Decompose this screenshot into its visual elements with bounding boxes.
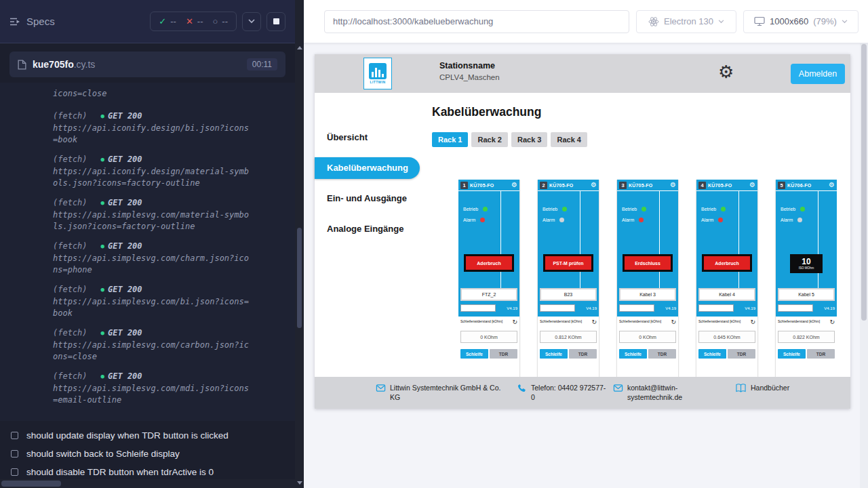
- network-log-entry[interactable]: (fetch)●GET 200https://api.simplesvg.com…: [53, 284, 261, 319]
- electron-icon: [648, 16, 659, 27]
- rack-status-display: Aderbruch: [464, 254, 514, 272]
- stat-count: --: [170, 16, 176, 26]
- log-url: https://api.simplesvg.com/material-symbo…: [53, 209, 251, 232]
- horizontal-scrollbar-thumb[interactable]: [1, 481, 61, 487]
- network-log-entry[interactable]: (fetch)●GET 200https://api.simplesvg.com…: [53, 327, 261, 363]
- tab-rack-1[interactable]: Rack 1: [432, 132, 468, 147]
- tab-rack-2[interactable]: Rack 2: [471, 132, 507, 147]
- log-status: GET 200: [108, 371, 142, 382]
- rack-settings-icon[interactable]: ⚙: [511, 182, 517, 188]
- log-url: https://api.simplesvg.com/bi.json?icons=…: [53, 296, 251, 319]
- sidebar-item-4[interactable]: Analoge Eingänge: [315, 218, 414, 240]
- station-label: Stationsname: [439, 61, 500, 70]
- rack-cable-label: Kabel 4: [698, 288, 755, 301]
- viewport-select[interactable]: 1000x660 (79%): [743, 10, 859, 33]
- footer-contact-item[interactable]: kontakt@littwin-systemtechnik.de: [613, 383, 710, 402]
- log-status: GET 200: [108, 327, 142, 339]
- footer-contact-item[interactable]: Telefon: 04402 972577-0: [517, 383, 607, 402]
- refresh-icon[interactable]: ↻: [591, 319, 597, 325]
- betrieb-indicator: Betrieb: [781, 207, 805, 211]
- tdr-button[interactable]: TDR: [728, 349, 755, 359]
- rack-settings-icon[interactable]: ⚙: [829, 182, 835, 188]
- reporter-scrollbar[interactable]: [295, 0, 304, 488]
- schleife-button[interactable]: Schleife: [540, 349, 568, 359]
- betrieb-label: Betrieb: [463, 207, 478, 211]
- network-log-entry[interactable]: (fetch)●GET 200https://api.simplesvg.com…: [53, 371, 261, 406]
- chevron-down-icon: [842, 20, 848, 24]
- stop-button[interactable]: [267, 12, 285, 31]
- tab-rack-4[interactable]: Rack 4: [551, 132, 587, 147]
- rack-settings-icon[interactable]: ⚙: [591, 182, 597, 188]
- network-log-entry[interactable]: (fetch)●GET 200https://api.simplesvg.com…: [53, 241, 261, 276]
- specs-menu-icon: [9, 17, 20, 26]
- measurement-value: 0.645 KOhm: [698, 331, 755, 343]
- sidebar-item-1[interactable]: Übersicht: [315, 127, 414, 148]
- sidebar-item-3[interactable]: Ein- und Ausgänge: [315, 188, 414, 209]
- page-title: Kabelüberwachung: [432, 105, 541, 119]
- rack-settings-icon[interactable]: ⚙: [670, 182, 676, 188]
- log-url: https://api.simplesvg.com/charm.json?ico…: [53, 253, 251, 276]
- reporter-scrollbar-thumb[interactable]: [297, 228, 302, 328]
- chevron-down-icon: [718, 20, 724, 24]
- test-state-icon: [11, 468, 18, 476]
- test-title-row[interactable]: should disable TDR button when tdrActive…: [0, 463, 295, 481]
- sidebar-item-2[interactable]: Kabelüberwachung: [315, 157, 420, 179]
- collapse-all-button[interactable]: [242, 12, 261, 31]
- settings-gear-icon[interactable]: ⚙: [718, 58, 734, 87]
- scroll-down-arrow-icon[interactable]: [297, 481, 302, 485]
- rack-settings-icon[interactable]: ⚙: [749, 182, 755, 188]
- network-log-entry[interactable]: (fetch)●GET 200https://api.iconify.desig…: [53, 154, 261, 189]
- alarm-label: Alarm: [542, 218, 555, 222]
- test-stat-fail: ✕--: [186, 16, 203, 26]
- rack-cable-label: B23: [540, 288, 597, 301]
- betrieb-led-icon: [800, 207, 805, 211]
- url-input[interactable]: http://localhost:3000/kabelueberwachung: [324, 10, 629, 33]
- test-title-row[interactable]: should switch back to Schleife display: [0, 445, 295, 463]
- tdr-button[interactable]: TDR: [648, 349, 676, 359]
- refresh-icon[interactable]: ↻: [750, 319, 755, 325]
- rack-model: KÜ705-FO: [629, 183, 652, 188]
- rack-cable-label: Kabel 5: [778, 288, 835, 301]
- test-stat-pass: ✓--: [159, 16, 176, 26]
- schleife-button[interactable]: Schleife: [698, 349, 726, 359]
- chevron-down-icon: [248, 19, 255, 24]
- spec-header[interactable]: kue705fo.cy.ts 00:11: [9, 52, 285, 77]
- browser-select[interactable]: Electron 130: [636, 10, 736, 33]
- status-value-unit: ISO MOhm: [792, 266, 821, 270]
- rack-meter-panel: Schleifenwiderstand [kOhm]↻0.645 KOhmSch…: [696, 317, 757, 377]
- schleife-button[interactable]: Schleife: [778, 349, 806, 359]
- scroll-up-arrow-icon[interactable]: [297, 46, 302, 49]
- browser-bar: http://localhost:3000/kabelueberwachung …: [304, 0, 868, 43]
- page-scrollbar-thumb[interactable]: [861, 44, 867, 321]
- test-title-row[interactable]: should update display when TDR button is…: [0, 426, 295, 445]
- log-status: GET 200: [108, 154, 142, 165]
- alarm-indicator: Alarm: [463, 218, 485, 222]
- specs-menu-button[interactable]: Specs: [9, 16, 55, 27]
- tdr-button[interactable]: TDR: [569, 349, 597, 359]
- horizontal-scrollbar[interactable]: [0, 479, 295, 488]
- footer-contact-item[interactable]: Littwin Systemtechnik GmbH & Co. KG: [376, 383, 507, 402]
- network-log-entry[interactable]: (fetch)●GET 200https://api.iconify.desig…: [53, 110, 261, 146]
- status-dot-icon: ●: [101, 284, 104, 296]
- schleife-button[interactable]: Schleife: [460, 349, 488, 359]
- refresh-icon[interactable]: ↻: [512, 319, 517, 325]
- schleife-button[interactable]: Schleife: [619, 349, 647, 359]
- alarm-indicator: Alarm: [542, 218, 564, 222]
- page-scrollbar[interactable]: [860, 43, 868, 488]
- tdr-button[interactable]: TDR: [807, 349, 835, 359]
- tab-rack-3[interactable]: Rack 3: [511, 132, 547, 147]
- tdr-button[interactable]: TDR: [490, 349, 517, 359]
- status-dot-icon: ●: [101, 154, 104, 165]
- refresh-icon[interactable]: ↻: [829, 319, 835, 325]
- pending-icon: ○: [212, 17, 218, 26]
- screen: Specs ✓--✕--○-- kue705fo.cy.ts 00:11 ico…: [0, 0, 868, 488]
- log-source: (fetch): [53, 197, 87, 209]
- logout-button[interactable]: Abmelden: [791, 64, 845, 84]
- alarm-label: Alarm: [781, 218, 793, 222]
- rack-card: 1KÜ705-FO⚙BetriebAlarmAderbruchFTZ_2V4.1…: [458, 180, 519, 377]
- viewport-icon: [754, 16, 765, 26]
- footer-contact-item[interactable]: Handbücher: [735, 383, 789, 395]
- network-log-entry[interactable]: (fetch)●GET 200https://api.simplesvg.com…: [53, 197, 261, 232]
- rack-version: V4.19: [665, 306, 676, 310]
- refresh-icon[interactable]: ↻: [671, 319, 676, 325]
